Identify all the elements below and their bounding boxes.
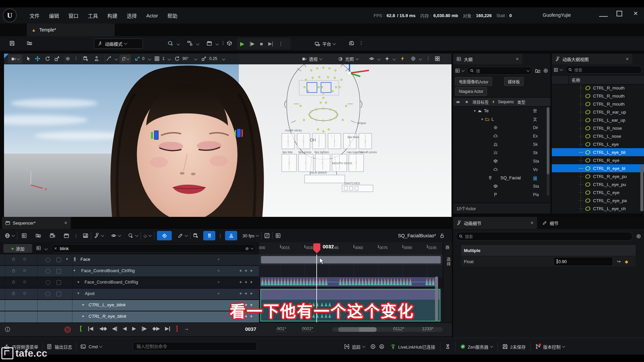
menu-file[interactable]: 文件 [30, 12, 40, 19]
stop-button[interactable]: ■ [260, 41, 263, 47]
playback-chevron-icon[interactable] [135, 234, 139, 237]
minimize-button[interactable] [599, 11, 608, 17]
scale-snap-chevron-icon[interactable] [222, 57, 225, 61]
breadcrumb-list-icon[interactable] [275, 233, 281, 238]
edit-chevron-icon[interactable] [185, 234, 188, 237]
outliner-row-playerstart[interactable]: Pla [453, 190, 546, 199]
add-section-icon[interactable]: + [217, 257, 220, 262]
add-section-icon[interactable]: + [217, 291, 220, 296]
add-track-button[interactable]: + 添加 [3, 244, 32, 253]
outliner-row-folder[interactable]: ▾ L 文 [453, 115, 546, 123]
camera-icon[interactable] [50, 233, 55, 238]
filter-chevron-icon[interactable] [462, 69, 465, 72]
cinematic-more-icon[interactable]: ⋮ [74, 233, 78, 238]
track-filter-chevron-icon[interactable] [45, 247, 48, 250]
anim-item-11[interactable]: CTRL_R_eye_pu [552, 172, 644, 180]
menu-select[interactable]: 选择 [127, 12, 137, 19]
anim-item-15[interactable]: CTRL_L_eye_ch [552, 204, 644, 213]
world-icon[interactable] [5, 233, 10, 238]
filter-chip-niagara[interactable]: Niagara Actor [455, 87, 487, 96]
outliner-row-volumetric-cloud[interactable]: Vo [453, 165, 546, 174]
cinematics-icon[interactable] [207, 41, 212, 46]
record-button[interactable] [64, 326, 71, 333]
close-icon[interactable]: ✕ [530, 221, 534, 225]
blueprints-chevron-icon[interactable] [196, 42, 200, 46]
key-nav-icons[interactable]: ◆◆◆ [239, 292, 256, 295]
collapse-icon[interactable]: ▸ [83, 303, 84, 306]
world-space-icon[interactable]: ⊕ [66, 56, 70, 62]
anim-name-header[interactable]: 名称 [552, 75, 644, 84]
hourglass-icon[interactable] [445, 344, 450, 349]
track-row-ctrl-l-eye-blink[interactable]: ▸ CTRL_L_eye_blink ◆◆◆ [0, 300, 259, 311]
show-flags-chevron-icon[interactable] [377, 57, 381, 61]
quick-add-cube-icon[interactable] [227, 41, 232, 46]
toolbar-more-icon[interactable]: ⋮ [359, 40, 364, 46]
range-start-in[interactable]: 0002* [302, 326, 313, 332]
scale-tool-icon[interactable] [54, 56, 60, 61]
collapse-icon[interactable]: ▸ [78, 280, 79, 284]
actor-snap-value[interactable]: 0 [142, 56, 145, 61]
expand-icon[interactable]: ▾ [474, 109, 476, 113]
anim-item-4[interactable]: CTRL_L_ear_up [552, 116, 644, 124]
add-actor-icon[interactable] [168, 41, 173, 46]
outliner-scrollbar[interactable] [547, 107, 549, 196]
outliner-row-directional-light[interactable]: Dir [453, 123, 546, 132]
fps-chevron-icon[interactable] [256, 234, 259, 237]
outliner-row-staticmesh-2[interactable]: Sta [453, 182, 546, 190]
side-selection-label[interactable]: 选择 [445, 257, 451, 266]
realtime-bolt-icon[interactable] [400, 56, 405, 61]
play-forward-button[interactable]: ▶ [132, 325, 136, 331]
blueprints-icon[interactable] [187, 41, 193, 46]
tab-anim-outliner[interactable]: 动画大纲视图 ✕ [552, 54, 632, 64]
anim-item-5[interactable]: CTRL_R_nose [552, 124, 644, 132]
revision-control-dropdown[interactable]: 版本控制 [535, 338, 565, 355]
actor-snap-icon[interactable] [135, 56, 140, 61]
skip-button[interactable]: |▶ [250, 41, 254, 46]
expand-icon[interactable]: ▾ [77, 291, 79, 295]
next-key-button[interactable]: ◆▶ [152, 325, 160, 331]
play-button[interactable]: ▶ [240, 41, 244, 47]
step-forward-button[interactable]: |▶ [142, 325, 147, 331]
close-window-button[interactable]: ✕ [633, 10, 638, 17]
transform-more-icon[interactable]: ⋮ [74, 56, 78, 61]
scale-snap-value[interactable]: 0.25 [209, 56, 217, 61]
search-chevron-icon[interactable] [251, 246, 254, 250]
curve-editor-icon[interactable] [264, 233, 270, 238]
current-frame[interactable]: 0037 [231, 326, 256, 332]
outliner-row-world[interactable]: ▾ Te 世 [453, 107, 546, 115]
expand-icon[interactable]: ▾ [481, 117, 483, 121]
column-sequence[interactable]: Sequenc [498, 100, 514, 104]
rotation-snap-icon[interactable] [174, 56, 180, 61]
track-row-ajust[interactable]: ⊘ ▾ Ajust + ◆◆◆ [0, 289, 259, 299]
toolbar-overflow-icon[interactable]: ⋮ [221, 40, 225, 46]
snap-options-icon[interactable]: ⋮ [218, 233, 222, 238]
filter-icon[interactable] [554, 68, 558, 72]
info-icon[interactable] [5, 326, 10, 332]
viewport[interactable]: mouth sticky tongue lips blow OH nas tog… [4, 54, 451, 217]
menu-tools[interactable]: 工具 [88, 12, 98, 19]
play-reverse-button[interactable]: ◀ [123, 325, 127, 331]
pause-insights-icon[interactable] [370, 344, 376, 349]
tab-anim-details[interactable]: 动画细节 ✕ [453, 217, 537, 229]
tools-chevron-icon[interactable] [101, 234, 104, 237]
user-name[interactable]: GuofengYujie [543, 12, 571, 18]
mark-in-button[interactable]: [ [80, 325, 82, 332]
menu-help[interactable]: 帮助 [167, 12, 177, 19]
key-nav-icons[interactable]: ◆◆◆ [239, 269, 256, 272]
create-sequence-icon[interactable] [21, 233, 27, 238]
maximize-viewport-icon[interactable] [435, 56, 440, 61]
viewport-settings-icon[interactable] [411, 56, 416, 61]
anim-item-12[interactable]: CTRL_L_eye_pu [552, 180, 644, 188]
timeline-scroll-thumb[interactable] [338, 327, 377, 332]
menu-window[interactable]: 窗口 [68, 12, 78, 19]
outliner-row-sky-atmosphere[interactable]: Sk [453, 140, 546, 148]
outliner-search-input[interactable]: 搜 [467, 67, 532, 75]
maximize-button[interactable] [616, 11, 622, 16]
collapse-icon[interactable]: ▸ [83, 314, 84, 318]
favorite-column-icon[interactable]: ★ [465, 100, 469, 104]
anim-item-14[interactable]: CTRL_C_eye_pa [552, 196, 644, 204]
material-quality-chevron-icon[interactable] [393, 57, 396, 61]
scale-snap-icon[interactable] [201, 56, 207, 61]
anim-item-9[interactable]: CTRL_R_eye [552, 156, 644, 164]
details-settings-icon[interactable] [636, 234, 641, 239]
